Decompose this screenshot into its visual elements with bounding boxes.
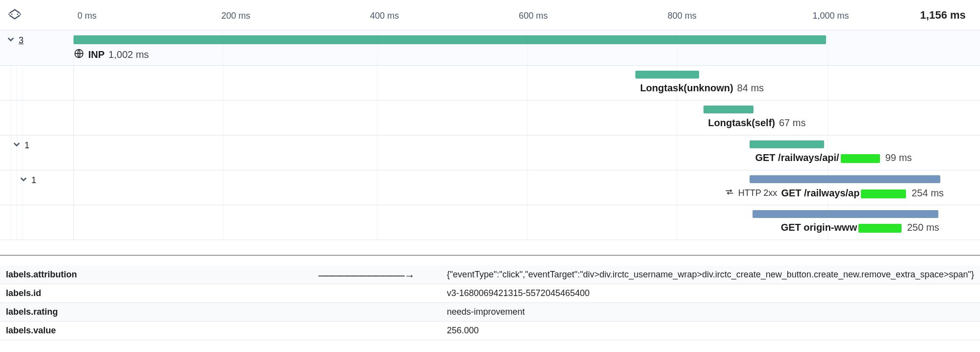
redacted-segment <box>861 190 906 198</box>
total-duration-label: 1,156 ms <box>920 9 966 22</box>
span-label: GET /railways/api/ 99 ms <box>755 152 912 163</box>
span-title: Longtask(unknown) <box>640 82 733 94</box>
ruler: 0 ms 200 ms 400 ms 600 ms 800 ms 1,000 m… <box>26 0 980 30</box>
span-title: GET /railways/ap <box>781 188 907 199</box>
chevron-down-icon[interactable] <box>13 140 21 148</box>
globe-icon <box>74 48 84 61</box>
span-title: GET origin-www <box>781 222 904 233</box>
span-duration: 84 ms <box>737 82 764 94</box>
labels-key: labels.value <box>0 322 441 340</box>
span-row-longtask-unknown[interactable]: Longtask(unknown) 84 ms <box>0 66 980 101</box>
span-bar[interactable] <box>750 140 824 148</box>
child-count-badge[interactable]: 1 <box>31 175 36 186</box>
chevron-down-icon[interactable] <box>20 175 27 183</box>
span-bar[interactable] <box>635 71 699 79</box>
span-label: HTTP 2xx GET /railways/ap 254 ms <box>725 187 944 199</box>
labels-value: needs-improvement <box>441 303 980 322</box>
span-duration: 254 ms <box>911 188 944 199</box>
span-bar[interactable] <box>753 210 938 218</box>
span-bar[interactable] <box>704 106 754 113</box>
child-count-badge[interactable]: 1 <box>25 140 29 151</box>
span-row-get-rail[interactable]: 1 HTTP 2xx GET /railways/ap 254 ms <box>0 170 980 205</box>
span-label: Longtask(unknown) 84 ms <box>640 82 764 94</box>
span-row-root[interactable]: 3 INP 1,002 ms <box>0 30 980 66</box>
span-title: Longtask(self) <box>708 117 775 129</box>
span-bar[interactable] <box>750 175 940 183</box>
tick-label: 200 ms <box>221 11 250 21</box>
chevron-down-icon[interactable] <box>7 35 15 43</box>
labels-value: {"eventType":"click","eventTarget":"div>… <box>441 266 980 284</box>
labels-key: labels.id <box>0 284 441 303</box>
span-bar[interactable] <box>74 35 826 44</box>
span-row-longtask-self[interactable]: Longtask(self) 67 ms <box>0 101 980 135</box>
http-status-badge: HTTP 2xx <box>738 188 778 198</box>
span-label: GET origin-www 250 ms <box>781 222 939 233</box>
tick-label: 800 ms <box>668 11 697 21</box>
span-label: INP 1,002 ms <box>74 48 149 61</box>
span-duration: 250 ms <box>907 222 939 233</box>
labels-table: labels.attribution────────────→{"eventTy… <box>0 266 980 340</box>
waterfall-rows: 3 INP 1,002 ms <box>0 30 980 240</box>
tick-label: 600 ms <box>519 11 548 21</box>
trace-waterfall-panel: 0 ms 200 ms 400 ms 600 ms 800 ms 1,000 m… <box>0 0 980 243</box>
arrows-io-icon <box>725 187 734 199</box>
span-label: Longtask(self) 67 ms <box>708 117 805 129</box>
span-title: GET /railways/api/ <box>755 152 881 163</box>
tick-label: 1,000 ms <box>813 11 849 21</box>
span-duration: 1,002 ms <box>108 49 149 60</box>
labels-row[interactable]: labels.ratingneeds-improvement <box>0 303 980 322</box>
span-duration: 67 ms <box>779 117 805 129</box>
tick-label: 0 ms <box>77 11 97 21</box>
labels-row[interactable]: labels.value256.000 <box>0 322 980 340</box>
labels-row[interactable]: labels.idv3-1680069421315-5572045465400 <box>0 284 980 303</box>
arrow-annotation-icon: ────────────→ <box>318 270 414 282</box>
pane-divider[interactable] <box>0 255 980 256</box>
child-count-badge[interactable]: 3 <box>19 35 24 46</box>
labels-key: labels.attribution────────────→ <box>0 266 441 284</box>
labels-value: v3-1680069421315-5572045465400 <box>441 284 980 303</box>
collapse-all-icon[interactable] <box>8 7 26 23</box>
timeline-ruler: 0 ms 200 ms 400 ms 600 ms 800 ms 1,000 m… <box>0 0 980 30</box>
span-row-get-origin[interactable]: GET origin-www 250 ms <box>0 205 980 240</box>
tick-label: 400 ms <box>370 11 399 21</box>
span-row-get-api[interactable]: 1 GET /railways/api/ 99 ms <box>0 135 980 170</box>
labels-value: 256.000 <box>441 322 980 340</box>
span-duration: 99 ms <box>885 152 912 163</box>
redacted-segment <box>858 224 902 233</box>
labels-row[interactable]: labels.attribution────────────→{"eventTy… <box>0 266 980 284</box>
labels-key: labels.rating <box>0 303 441 322</box>
span-title: INP <box>88 49 104 60</box>
redacted-segment <box>841 154 880 163</box>
